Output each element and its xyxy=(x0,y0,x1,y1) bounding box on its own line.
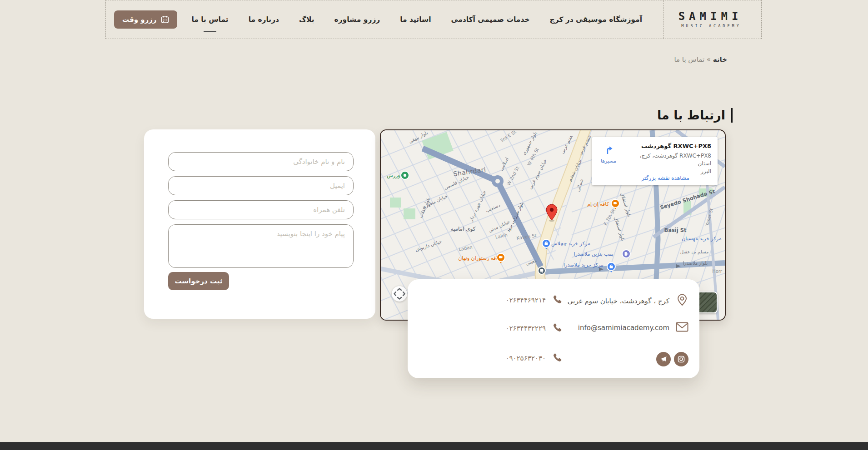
contact-info-card: کرج ، گوهردشت، خیابان سوم غربی info@sami… xyxy=(408,279,699,378)
info-window-address: RXWC+PX8 گوهردشت، کرج، استان البرز xyxy=(634,152,711,175)
phone-input[interactable] xyxy=(168,200,354,219)
map-label: Horr xyxy=(712,269,723,274)
nav-item-consultation[interactable]: رزرو مشاوره xyxy=(334,15,380,24)
map-label: ورزش xyxy=(387,173,400,178)
email-row: info@samimiacademy.com xyxy=(578,322,688,334)
phone-number-1[interactable]: ۰۲۶۳۴۴۶۹۲۱۴ xyxy=(505,296,546,304)
nav-item-about[interactable]: درباره ما xyxy=(249,15,279,24)
nav-item-contact[interactable]: تماس با ما xyxy=(191,15,228,24)
site-logo[interactable]: SAMIMI MUSIC ACADEMY xyxy=(663,0,761,39)
gas-station-marker[interactable] xyxy=(622,250,630,258)
address-row: کرج ، گوهردشت، خیابان سوم غربی xyxy=(568,294,688,308)
header: SAMIMI MUSIC ACADEMY آموزشگاه موسیقی در … xyxy=(105,0,762,39)
email-input[interactable] xyxy=(168,176,354,195)
instagram-button[interactable] xyxy=(674,352,688,366)
map-label: مرکز خرید چچلاس xyxy=(551,241,590,247)
nav-item-blog[interactable]: بلاگ xyxy=(299,15,314,24)
map-label: بلوار ملاصدرا xyxy=(683,261,708,266)
stadium-marker[interactable] xyxy=(401,171,409,179)
phone-number-2[interactable]: ۰۲۶۳۴۴۳۲۲۲۹ xyxy=(505,324,546,332)
message-textarea[interactable] xyxy=(168,224,354,268)
telegram-button[interactable] xyxy=(656,352,671,366)
nav-item-teachers[interactable]: اساتید ما xyxy=(400,15,431,24)
logo-title: SAMIMI xyxy=(678,11,747,22)
email-link[interactable]: info@samimiacademy.com xyxy=(578,324,669,332)
logo-subtitle: MUSIC ACADEMY xyxy=(681,24,743,28)
directions-control[interactable]: مسیرها xyxy=(596,144,621,164)
breadcrumb: خانه » تماس با ما xyxy=(674,55,727,64)
page-title: ارتباط با ما xyxy=(657,108,733,123)
map-label: مرکز خرید ملاصدرا xyxy=(564,262,604,268)
reserve-button-label: رزرو وقت xyxy=(122,15,156,24)
directions-icon xyxy=(603,148,614,157)
phone-row: ۰۲۶۳۴۴۶۹۲۱۴ xyxy=(505,294,563,307)
telegram-icon xyxy=(660,356,667,363)
phone-row: ۰۲۶۳۴۴۳۲۲۲۹ xyxy=(505,322,563,335)
map-label: مسلم بن عقیل xyxy=(680,249,709,255)
map-roundabout xyxy=(492,175,504,187)
pan-arrows-icon xyxy=(393,287,406,301)
phone-row: ۰۹۰۲۵۶۳۲۰۳۰ xyxy=(505,352,563,365)
directions-label: مسیرها xyxy=(596,158,621,164)
breadcrumb-current: تماس با ما xyxy=(674,55,704,64)
map-label: مرکز خرید مهستان xyxy=(682,236,722,242)
phone-number-3[interactable]: ۰۹۰۲۵۶۳۲۰۳۰ xyxy=(505,354,546,362)
breadcrumb-separator: » xyxy=(707,55,711,64)
contact-page: SAMIMI MUSIC ACADEMY آموزشگاه موسیقی در … xyxy=(0,0,868,450)
nav-item-services[interactable]: خدمات صمیمی آکادمی xyxy=(451,15,530,24)
phone-icon xyxy=(552,322,563,335)
address-text: کرج ، گوهردشت، خیابان سوم غربی xyxy=(568,297,669,305)
map-label: پمپ بنزین ملاصدرا xyxy=(574,251,613,257)
bottom-bar xyxy=(0,442,868,450)
instagram-icon xyxy=(678,356,685,363)
nav-item-music-school-karaj[interactable]: آموزشگاه موسیقی در کرج xyxy=(550,15,642,24)
map-label: کافه رستوران ونهان xyxy=(458,255,500,261)
map-pan-control[interactable] xyxy=(392,286,407,302)
bus-stop-marker[interactable] xyxy=(538,267,545,274)
calendar-icon xyxy=(161,15,169,24)
phone-icon xyxy=(552,294,563,307)
name-input[interactable] xyxy=(168,152,354,171)
contact-form-card: ثبت درخواست xyxy=(144,129,375,319)
map-label: Basij St xyxy=(664,227,687,233)
breadcrumb-home-link[interactable]: خانه xyxy=(713,55,727,64)
location-pin-icon xyxy=(676,294,688,308)
map-info-window: RXWC+PX8 گوهردشت RXWC+PX8 گوهردشت، کرج، … xyxy=(592,137,718,185)
main-nav: آموزشگاه موسیقی در کرج خدمات صمیمی آکادم… xyxy=(191,15,663,24)
reserve-time-button[interactable]: رزرو وقت xyxy=(114,10,177,29)
info-window-title: RXWC+PX8 گوهردشت xyxy=(641,143,711,149)
envelope-icon xyxy=(676,322,688,334)
view-larger-map-link[interactable]: مشاهده نقشه بزرگتر xyxy=(641,175,689,181)
social-row xyxy=(656,352,688,366)
map-label: کافه اِن اِم xyxy=(587,201,609,207)
phone-icon xyxy=(552,352,563,365)
map-label: کوی امامیه xyxy=(450,226,475,232)
submit-request-button[interactable]: ثبت درخواست xyxy=(168,272,229,290)
